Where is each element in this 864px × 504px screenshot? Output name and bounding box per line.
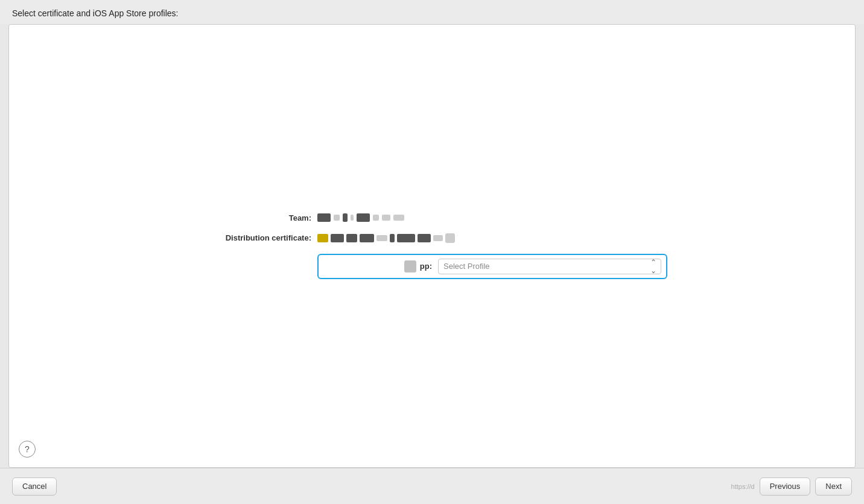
footer-left: Cancel — [12, 477, 57, 496]
profile-select[interactable]: Select Profile — [438, 259, 661, 274]
profile-label: pp: — [420, 262, 432, 271]
cert-row: Distribution certificate: — [197, 233, 667, 243]
cert-blob-6 — [397, 234, 415, 242]
team-label: Team: — [197, 213, 311, 222]
cert-label: Distribution certificate: — [197, 233, 311, 242]
cert-blob-7 — [418, 234, 431, 242]
page-title: Select certificate and iOS App Store pro… — [0, 0, 864, 24]
profile-select-wrapper[interactable]: Select Profile ⌃⌄ — [438, 259, 661, 274]
team-value — [317, 213, 404, 222]
cert-blob-8 — [433, 235, 443, 241]
previous-button[interactable]: Previous — [760, 477, 811, 496]
team-blob-5 — [357, 213, 370, 222]
cert-value — [317, 233, 455, 243]
team-blob-3 — [343, 213, 348, 222]
cert-blob-3 — [360, 234, 374, 242]
footer-right: https://d Previous Next — [731, 477, 852, 496]
cert-blob-4 — [376, 235, 387, 241]
cancel-button[interactable]: Cancel — [12, 477, 57, 496]
team-blob-4 — [351, 215, 354, 221]
help-button-area: ? — [19, 441, 36, 458]
main-content-panel: Team: Distribution certificate: — [8, 24, 856, 468]
team-blob-6 — [373, 215, 379, 221]
next-button[interactable]: Next — [815, 477, 852, 496]
team-blob-2 — [334, 215, 340, 221]
cert-icon-placeholder — [445, 233, 455, 243]
cert-blob-gold — [317, 234, 328, 242]
help-button[interactable]: ? — [19, 441, 36, 458]
footer: Cancel https://d Previous Next — [0, 468, 864, 504]
profile-select-container: pp: Select Profile ⌃⌄ — [317, 254, 667, 279]
profile-row: pp: Select Profile ⌃⌄ — [197, 254, 667, 279]
form-rows: Team: Distribution certificate: — [197, 213, 667, 279]
team-row: Team: — [197, 213, 667, 222]
team-blob-1 — [317, 213, 331, 222]
form-area: Team: Distribution certificate: — [9, 25, 855, 467]
url-hint: https://d — [731, 483, 755, 490]
team-blob-8 — [393, 215, 404, 221]
cert-blob-2 — [346, 234, 357, 242]
profile-app-icon — [404, 260, 416, 272]
team-blob-7 — [382, 215, 390, 221]
profile-label-area: pp: — [323, 260, 432, 272]
cert-blob-5 — [390, 234, 395, 242]
cert-blob-1 — [331, 234, 344, 242]
